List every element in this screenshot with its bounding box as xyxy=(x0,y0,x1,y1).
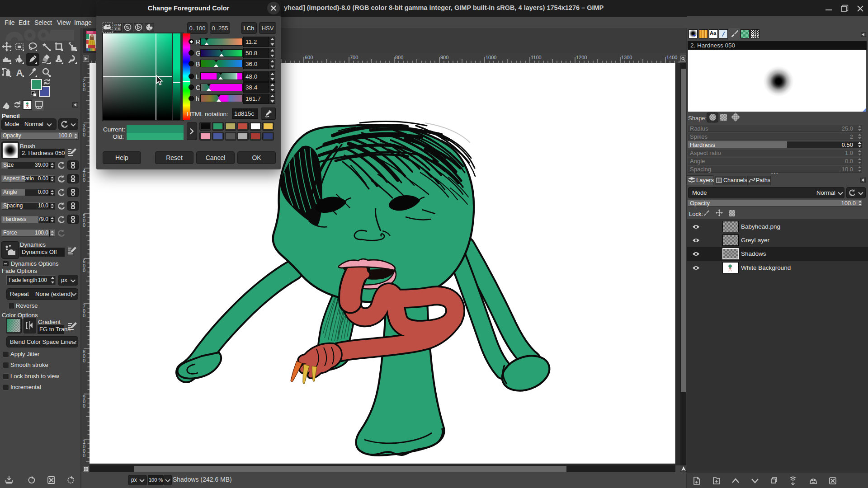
svg-text:A: A xyxy=(16,67,23,77)
svg-text:0: 0 xyxy=(83,313,85,318)
svg-text:0: 0 xyxy=(83,267,85,273)
svg-text:1400: 1400 xyxy=(666,55,677,60)
svg-text:900: 900 xyxy=(440,55,448,60)
svg-text:0: 0 xyxy=(83,132,85,137)
svg-text:0: 0 xyxy=(83,177,85,183)
svg-text:1100: 1100 xyxy=(531,55,542,60)
svg-text:0: 0 xyxy=(83,453,85,458)
svg-text:0: 0 xyxy=(83,222,85,228)
svg-text:1200: 1200 xyxy=(576,55,587,60)
svg-text:600: 600 xyxy=(305,55,313,60)
svg-text:0: 0 xyxy=(83,403,85,408)
svg-text:1000: 1000 xyxy=(486,55,496,60)
svg-text:700: 700 xyxy=(350,55,358,60)
svg-text:800: 800 xyxy=(395,55,403,60)
svg-text:0: 0 xyxy=(83,358,85,363)
svg-text:i: i xyxy=(6,105,8,109)
svg-text:1300: 1300 xyxy=(621,55,632,60)
svg-text:0: 0 xyxy=(83,87,85,92)
